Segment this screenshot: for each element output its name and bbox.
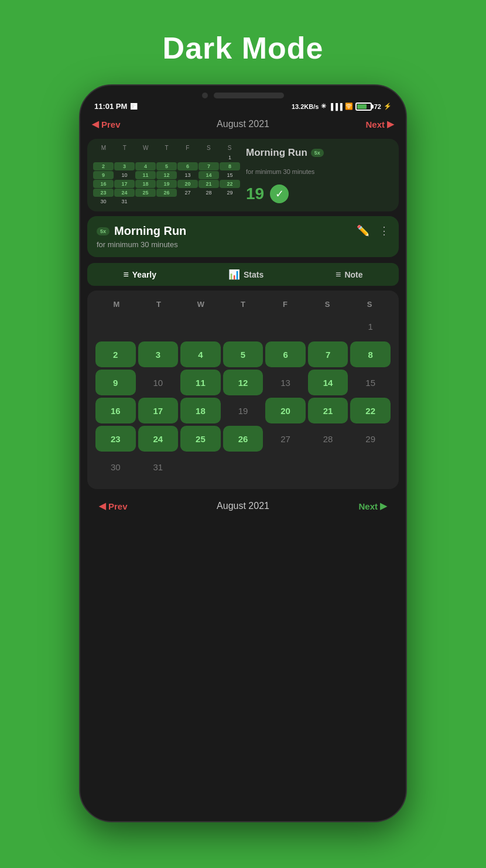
prev-arrow-icon: ◀ (92, 119, 99, 129)
edit-icon[interactable]: ✏️ (357, 224, 369, 237)
table-row[interactable]: 7 (308, 341, 348, 367)
cal-header: M T W T F S S (95, 300, 391, 309)
mini-dow-s1: S (198, 145, 219, 151)
month-title-bottom: August 2021 (217, 501, 269, 511)
habit-name-row: 5x Morning Run (97, 224, 186, 238)
tab-note-label: Note (344, 270, 362, 279)
next-button-top[interactable]: Next ▶ (365, 119, 394, 129)
mini-count-row: 19 ✓ (246, 184, 289, 203)
phone-frame: 11:01 PM 🅿 13.2KB/s ✳ ▐▐▐ 🛜 72 ⚡ ◀ Prev … (79, 84, 407, 822)
cal-dow-t2: T (222, 300, 264, 309)
table-row (223, 313, 263, 339)
next-label-bottom: Next (358, 501, 378, 511)
table-row[interactable]: 6 (265, 341, 306, 367)
battery-percent: 72 (374, 103, 381, 110)
table-row[interactable]: 22 (350, 398, 391, 423)
cal-dow-w: W (180, 300, 222, 309)
charging-icon: ⚡ (384, 102, 392, 110)
table-row[interactable]: 31 (138, 454, 179, 480)
next-arrow-icon: ▶ (387, 119, 394, 129)
mini-info: Morning Run 5x for minimum 30 minutes 19… (246, 145, 393, 206)
table-row[interactable]: 27 (265, 426, 306, 452)
next-label-top: Next (365, 119, 385, 129)
calendar-section: M T W T F S S 12345678910111213141516171… (87, 291, 399, 489)
phone-notch (80, 86, 406, 98)
status-right: 13.2KB/s ✳ ▐▐▐ 🛜 72 ⚡ (292, 102, 392, 111)
yearly-icon: ≡ (123, 269, 128, 280)
note-icon: ≡ (336, 269, 341, 280)
habit-card-header: 5x Morning Run for minimum 30 minutes ✏️… (97, 224, 389, 249)
mini-calendar: M T W T F S S 12345678910111213141516171… (93, 145, 240, 206)
next-arrow-bottom: ▶ (380, 501, 387, 511)
prev-label-bottom: Prev (108, 501, 128, 511)
table-row[interactable]: 8 (350, 341, 391, 367)
table-row[interactable]: 23 (95, 426, 136, 452)
table-row[interactable]: 25 (180, 426, 221, 452)
table-row[interactable]: 26 (223, 426, 263, 452)
table-row[interactable]: 9 (95, 370, 136, 395)
notch-dot (202, 93, 208, 98)
table-row[interactable]: 4 (180, 341, 221, 367)
table-row[interactable]: 2 (95, 341, 136, 367)
table-row[interactable]: 14 (308, 370, 348, 395)
prev-button-top[interactable]: ◀ Prev (92, 119, 121, 129)
bluetooth-icon: ✳ (321, 102, 326, 110)
notch-bar (214, 93, 284, 98)
habit-card-actions: ✏️ ⋮ (357, 224, 389, 237)
more-options-icon[interactable]: ⋮ (379, 224, 389, 237)
tab-yearly[interactable]: ≡ Yearly (123, 269, 156, 280)
mini-dow-f: F (177, 145, 198, 151)
tab-note[interactable]: ≡ Note (336, 269, 362, 280)
cal-dow-m: M (95, 300, 138, 309)
habit-badge: 5x (97, 227, 109, 235)
mini-subtitle: for minimum 30 minutes (246, 168, 314, 175)
prev-arrow-bottom: ◀ (99, 501, 106, 511)
signal-icon: ▐▐▐ (328, 103, 342, 110)
tab-stats-label: Stats (244, 270, 263, 279)
tab-yearly-label: Yearly (132, 270, 156, 279)
mini-dow-t2: T (156, 145, 177, 151)
status-bar: 11:01 PM 🅿 13.2KB/s ✳ ▐▐▐ 🛜 72 ⚡ (80, 98, 406, 114)
habit-desc: for minimum 30 minutes (97, 240, 186, 249)
table-row[interactable]: 21 (308, 398, 348, 423)
battery-icon (355, 102, 372, 111)
table-row[interactable]: 15 (350, 370, 391, 395)
table-row (308, 313, 348, 339)
stats-icon: 📊 (228, 269, 240, 280)
battery-fill (357, 104, 367, 109)
table-row[interactable]: 5 (223, 341, 263, 367)
table-row (95, 313, 136, 339)
mini-card: M T W T F S S 12345678910111213141516171… (87, 139, 399, 211)
mini-dow-m: M (93, 145, 114, 151)
table-row[interactable]: 28 (308, 426, 348, 452)
table-row[interactable]: 12 (223, 370, 263, 395)
network-speed: 13.2KB/s (292, 103, 319, 110)
prev-button-bottom[interactable]: ◀ Prev (99, 501, 128, 511)
table-row[interactable]: 11 (180, 370, 221, 395)
mini-dow-w: W (135, 145, 156, 151)
table-row[interactable]: 30 (95, 454, 136, 480)
next-button-bottom[interactable]: Next ▶ (358, 501, 387, 511)
table-row[interactable]: 19 (223, 398, 263, 423)
mini-cal-header: M T W T F S S (93, 145, 240, 151)
table-row[interactable]: 3 (138, 341, 179, 367)
table-row[interactable]: 20 (265, 398, 306, 423)
table-row[interactable]: 29 (350, 426, 391, 452)
page-title: Dark Mode (163, 30, 324, 66)
cal-dow-s2: S (348, 300, 391, 309)
mini-dow-s2: S (219, 145, 240, 151)
table-row[interactable]: 24 (138, 426, 179, 452)
table-row[interactable]: 1 (350, 313, 391, 339)
table-row[interactable]: 18 (180, 398, 221, 423)
tab-stats[interactable]: 📊 Stats (228, 269, 263, 280)
mini-badge: 5x (311, 149, 324, 157)
habit-name: Morning Run (114, 224, 186, 238)
cal-dow-t1: T (138, 300, 180, 309)
table-row[interactable]: 16 (95, 398, 136, 423)
table-row[interactable]: 10 (138, 370, 179, 395)
mini-count: 19 (246, 184, 264, 203)
table-row[interactable]: 13 (265, 370, 306, 395)
status-p-icon: 🅿 (131, 103, 137, 110)
table-row (265, 313, 306, 339)
table-row[interactable]: 17 (138, 398, 179, 423)
